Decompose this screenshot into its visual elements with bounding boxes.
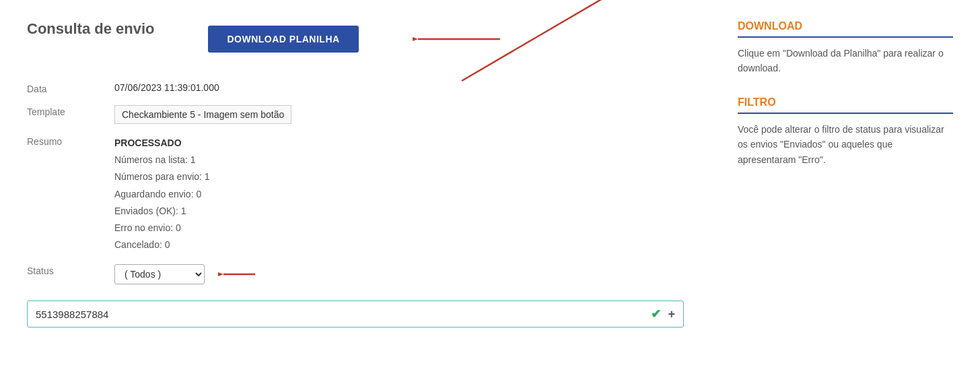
resumo-line-1: Números na lista: 1 [114,152,684,168]
resumo-line-6: Cancelado: 0 [114,237,684,253]
plus-icon[interactable]: + [668,307,675,321]
sidebar: DOWNLOAD Clique em "Download da Planilha… [711,20,953,167]
resumo-row: Resumo PROCESSADO Números na lista: 1 Nú… [27,129,684,259]
sidebar-filtro-title: FILTRO [738,96,953,108]
sidebar-download-divider [738,36,953,38]
resumo-line-5: Erro no envio: 0 [114,220,684,237]
phone-input-row: ✔ + [27,301,684,327]
arrow-to-status-icon [218,267,258,282]
template-label: Template [27,100,101,129]
data-value: 07/06/2023 11:39:01.000 [114,82,219,93]
sidebar-download-section: DOWNLOAD Clique em "Download da Planilha… [738,20,953,76]
status-row: Status ( Todos ) Enviados (OK) Erro no e… [27,259,684,290]
form-table: Data 07/06/2023 11:39:01.000 Template Ch… [27,77,684,290]
phone-input[interactable] [36,309,651,320]
arrow-to-download-icon [413,32,507,46]
data-label: Data [27,77,101,100]
data-row: Data 07/06/2023 11:39:01.000 [27,77,684,100]
page-title: Consulta de envio [27,20,154,38]
template-value: Checkambiente 5 - Imagem sem botão [114,105,291,124]
sidebar-filtro-section: FILTRO Você pode alterar o filtro de sta… [738,96,953,167]
resumo-label: Resumo [27,129,101,259]
sidebar-download-title: DOWNLOAD [738,20,953,32]
status-select[interactable]: ( Todos ) Enviados (OK) Erro no envio [114,264,205,284]
download-planilha-button[interactable]: DOWNLOAD PLANILHA [208,26,358,53]
sidebar-filtro-description: Você pode alterar o filtro de status par… [738,122,953,167]
resumo-line-3: Aguardando envio: 0 [114,186,684,203]
resumo-line-2: Números para envio: 1 [114,168,684,185]
check-icon: ✔ [651,307,661,321]
resumo-block: PROCESSADO Números na lista: 1 Números p… [114,135,684,253]
sidebar-filtro-divider [738,113,953,114]
resumo-status: PROCESSADO [114,135,684,152]
status-label: Status [27,259,101,290]
sidebar-download-description: Clique em "Download da Planilha" para re… [738,46,953,76]
template-row: Template Checkambiente 5 - Imagem sem bo… [27,100,684,129]
resumo-line-4: Enviados (OK): 1 [114,203,684,220]
